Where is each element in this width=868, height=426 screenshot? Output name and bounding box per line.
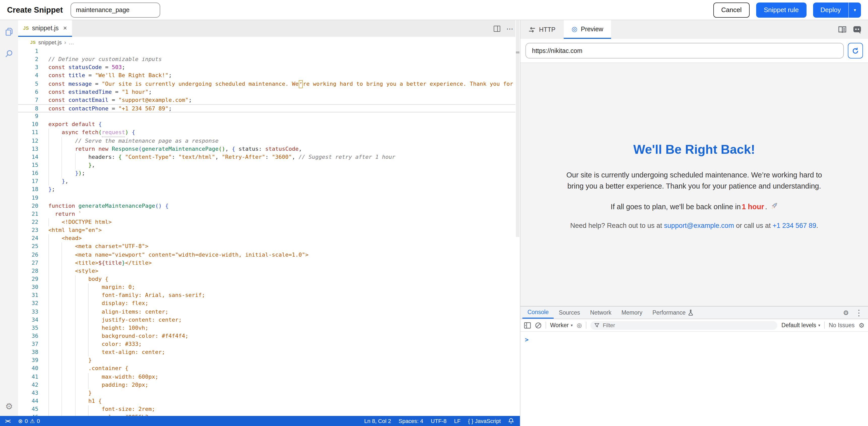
language-mode[interactable]: { } JavaScript: [468, 418, 501, 424]
code-line-15[interactable]: 15},: [18, 161, 520, 169]
discord-chat-icon[interactable]: [853, 25, 862, 33]
code-line-44[interactable]: 44h1 {: [18, 397, 520, 405]
code-line-30[interactable]: 30margin: 0;: [18, 283, 520, 291]
refresh-button[interactable]: [848, 43, 863, 58]
code-line-42[interactable]: 42padding: 20px;: [18, 381, 520, 389]
filter-input[interactable]: [602, 322, 773, 329]
tab-memory[interactable]: Memory: [616, 307, 647, 319]
code-line-26[interactable]: 26<meta name="viewport" content="width=d…: [18, 251, 520, 259]
code-line-41[interactable]: 41max-width: 600px;: [18, 373, 520, 381]
cursor-position[interactable]: Ln 8, Col 2: [364, 418, 391, 424]
indentation[interactable]: Spaces: 4: [399, 418, 423, 424]
console-settings-gear-icon[interactable]: ⚙: [859, 321, 865, 329]
code-line-32[interactable]: 32display: flex;: [18, 300, 520, 308]
code-line-14[interactable]: 14headers: { "Content-Type": "text/html"…: [18, 153, 520, 161]
code-line-31[interactable]: 31font-family: Arial, sans-serif;: [18, 291, 520, 300]
code-line-11[interactable]: 11async fetch(request) {: [18, 129, 520, 137]
log-levels-selector[interactable]: Default levels▾: [781, 322, 820, 328]
devtools-settings-gear-icon[interactable]: ⚙: [843, 309, 849, 316]
cancel-button[interactable]: Cancel: [713, 2, 750, 18]
code-line-12[interactable]: 12// Serve the maintenance page as a res…: [18, 137, 520, 145]
code-line-43[interactable]: 43}: [18, 389, 520, 397]
code-line-1[interactable]: 1: [18, 47, 520, 55]
code-line-39[interactable]: 39}: [18, 357, 520, 365]
tab-snippet-js[interactable]: JS snippet.js ×: [18, 20, 72, 37]
files-icon[interactable]: [3, 26, 14, 37]
breadcrumb[interactable]: JS snippet.js › …: [18, 37, 520, 47]
breadcrumb-more[interactable]: …: [68, 39, 74, 45]
context-selector[interactable]: Worker▾: [550, 322, 573, 328]
code-line-17[interactable]: 17},: [18, 178, 520, 186]
code-line-27[interactable]: 27<title>${title}</title>: [18, 259, 520, 267]
code-line-2[interactable]: 2// Define your customizable inputs: [18, 55, 520, 63]
console-prompt-chevron[interactable]: >: [525, 336, 528, 343]
code-line-10[interactable]: 10export default {: [18, 121, 520, 129]
code-line-16[interactable]: 16});: [18, 169, 520, 177]
code-line-20[interactable]: 20function generateMaintenancePage() {: [18, 202, 520, 210]
settings-gear-icon[interactable]: ⚙: [5, 402, 13, 411]
tab-http[interactable]: HTTP: [520, 20, 563, 39]
code-line-19[interactable]: 19: [18, 194, 520, 202]
code-line-40[interactable]: 40.container {: [18, 365, 520, 373]
code-line-18[interactable]: 18};: [18, 186, 520, 194]
console-filter[interactable]: [590, 321, 777, 330]
tab-preview[interactable]: ◎ Preview: [563, 20, 611, 39]
code-line-34[interactable]: 34justify-content: center;: [18, 316, 520, 324]
problems-status[interactable]: ⊗ 0 ⚠ 0: [18, 418, 40, 424]
encoding[interactable]: UTF-8: [431, 418, 446, 424]
code-line-22[interactable]: 22<!DOCTYPE html>: [18, 218, 520, 226]
code-line-8[interactable]: 8const contactPhone = "+1 234 567 89";: [18, 104, 520, 112]
code-line-13[interactable]: 13return new Response(generateMaintenanc…: [18, 145, 520, 153]
tab-console[interactable]: Console: [522, 307, 554, 319]
live-expression-icon[interactable]: ◎: [577, 322, 582, 329]
code-line-46[interactable]: 46color: #0056b3;: [18, 414, 520, 416]
tab-network[interactable]: Network: [585, 307, 616, 319]
issues-counter[interactable]: No Issues: [829, 322, 855, 328]
more-actions-icon[interactable]: ⋯: [506, 24, 514, 32]
bell-icon[interactable]: [508, 418, 514, 424]
eol[interactable]: LF: [454, 418, 461, 424]
close-tab-icon[interactable]: ×: [63, 24, 67, 32]
indent-guide: [62, 308, 75, 316]
phone-link[interactable]: +1 234 567 89: [773, 222, 816, 229]
code-line-4[interactable]: 4const title = "We'll Be Right Back!";: [18, 72, 520, 80]
code-line-3[interactable]: 3const statusCode = 503;: [18, 64, 520, 72]
breadcrumb-file[interactable]: snippet.js: [38, 39, 62, 45]
clear-console-icon[interactable]: [535, 322, 541, 329]
split-editor-icon[interactable]: [494, 25, 500, 31]
code-line-5[interactable]: 5const message = "Our site is currently …: [18, 80, 520, 88]
code-line-36[interactable]: 36background-color: #f4f4f4;: [18, 332, 520, 340]
code-line-33[interactable]: 33align-items: center;: [18, 308, 520, 316]
code-line-23[interactable]: 23<html lang="en">: [18, 226, 520, 234]
code-line-38[interactable]: 38text-align: center;: [18, 348, 520, 357]
url-input[interactable]: [525, 43, 844, 58]
code-line-29[interactable]: 29body {: [18, 275, 520, 283]
docs-book-icon[interactable]: [838, 25, 847, 33]
code-line-45[interactable]: 45font-size: 2rem;: [18, 405, 520, 414]
code-line-25[interactable]: 25<meta charset="UTF-8">: [18, 243, 520, 251]
snippet-name-input[interactable]: [70, 2, 160, 18]
console-sidebar-toggle-icon[interactable]: [524, 322, 531, 329]
devtools-kebab-icon[interactable]: ⋮: [855, 308, 863, 317]
support-email-link[interactable]: support@example.com: [664, 222, 734, 229]
indent-guide: [49, 178, 62, 186]
code-line-7[interactable]: 7const contactEmail = "support@example.c…: [18, 96, 520, 104]
console-output[interactable]: >: [520, 332, 868, 426]
code-line-21[interactable]: 21 return `: [18, 210, 520, 218]
code-line-35[interactable]: 35height: 100vh;: [18, 324, 520, 332]
remote-indicator-icon[interactable]: ><: [3, 418, 12, 424]
editor-scrollbar[interactable]: [515, 20, 520, 416]
code-line-28[interactable]: 28<style>: [18, 267, 520, 275]
deploy-dropdown-button[interactable]: ▾: [848, 2, 861, 18]
deploy-button[interactable]: Deploy: [813, 2, 848, 18]
tab-sources[interactable]: Sources: [554, 307, 585, 319]
search-icon[interactable]: [3, 48, 14, 59]
indent-guide: [49, 145, 62, 153]
code-line-37[interactable]: 37color: #333;: [18, 340, 520, 348]
code-line-9[interactable]: 9: [18, 112, 520, 120]
code-line-24[interactable]: 24<head>: [18, 234, 520, 243]
code-editor[interactable]: 12// Define your customizable inputs3con…: [18, 47, 520, 416]
snippet-rule-button[interactable]: Snippet rule: [756, 2, 806, 18]
tab-performance[interactable]: Performance: [647, 307, 698, 319]
code-line-6[interactable]: 6const estimatedTime = "1 hour";: [18, 88, 520, 96]
